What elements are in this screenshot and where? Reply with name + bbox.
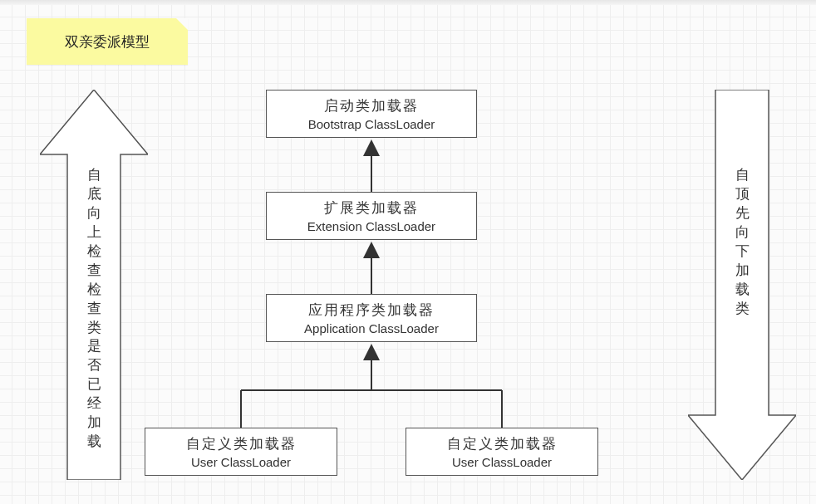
title-sticky-note: 双亲委派模型 (27, 18, 188, 65)
box-user-classloader-left: 自定义类加载器 User ClassLoader (145, 428, 337, 476)
box-extension-classloader: 扩展类加载器 Extension ClassLoader (266, 192, 477, 240)
user-left-en: User ClassLoader (191, 455, 291, 469)
box-bootstrap-classloader: 启动类加载器 Bootstrap ClassLoader (266, 90, 477, 138)
application-en: Application ClassLoader (304, 321, 439, 335)
bootstrap-en: Bootstrap ClassLoader (308, 117, 435, 131)
extension-cn: 扩展类加载器 (324, 198, 419, 218)
right-arrow-label: 自顶先向下加载类 (734, 166, 750, 319)
box-user-classloader-right: 自定义类加载器 User ClassLoader (406, 428, 598, 476)
user-right-cn: 自定义类加载器 (447, 434, 558, 453)
bootstrap-cn: 启动类加载器 (324, 96, 419, 115)
left-arrow-label: 自底向上检查检查类是否已经加载 (86, 166, 102, 452)
extension-en: Extension ClassLoader (307, 219, 435, 233)
application-cn: 应用程序类加载器 (308, 301, 435, 320)
title-text: 双亲委派模型 (65, 32, 150, 51)
box-application-classloader: 应用程序类加载器 Application ClassLoader (266, 294, 477, 342)
user-right-en: User ClassLoader (452, 455, 552, 469)
diagram-canvas: 双亲委派模型 自底向上检查检查类是否已经加载 自顶先向下加载类 启动类加载器 B… (0, 0, 816, 504)
user-left-cn: 自定义类加载器 (186, 434, 297, 453)
